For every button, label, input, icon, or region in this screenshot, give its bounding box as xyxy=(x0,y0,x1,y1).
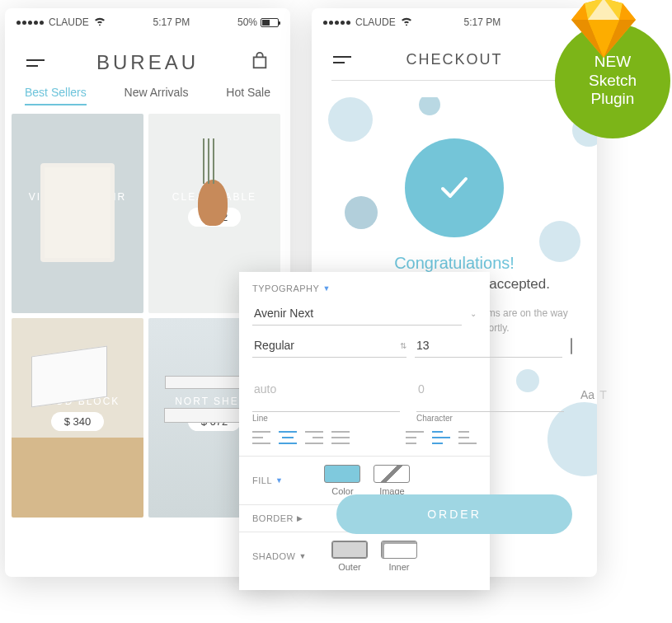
disclosure-icon: ▶ xyxy=(297,514,303,522)
wifi-icon xyxy=(94,16,106,28)
product-price: $ 340 xyxy=(51,412,105,431)
badge-line3: Plugin xyxy=(591,90,635,109)
divider xyxy=(331,80,577,81)
valign-bottom-button[interactable] xyxy=(458,431,477,444)
disclosure-icon: ▼ xyxy=(322,284,330,293)
shadow-outer-swatch[interactable] xyxy=(331,541,368,559)
font-family-select[interactable] xyxy=(252,302,462,326)
tab-new-arrivals[interactable]: New Arrivals xyxy=(125,86,189,105)
align-justify-button[interactable] xyxy=(331,431,350,444)
battery-icon xyxy=(261,18,279,27)
shadow-section[interactable]: SHADOW ▼ xyxy=(252,551,307,561)
menu-icon[interactable] xyxy=(26,59,45,67)
decor-bubble xyxy=(328,97,373,142)
character-spacing-input[interactable] xyxy=(416,366,564,412)
sketch-logo-icon xyxy=(571,0,636,61)
congrats-title: Congratulations! xyxy=(336,254,572,273)
text-color-swatch[interactable] xyxy=(571,338,572,354)
disclosure-icon: ▼ xyxy=(299,552,307,560)
signal-icon xyxy=(16,21,44,25)
decor-bubble xyxy=(345,196,378,229)
category-tabs: Best Sellers New Arrivals Hot Sale xyxy=(5,86,290,114)
decor-bubble xyxy=(419,97,440,115)
fill-color-swatch[interactable] xyxy=(324,465,360,483)
product-name: WOOD BLOCK xyxy=(35,396,120,407)
stepper-icon[interactable]: ⇅ xyxy=(400,341,406,350)
font-weight-select[interactable] xyxy=(252,334,400,357)
style-panel: TYPOGRAPHY ▼ ⌄ ⇅ Line Character Aa T xyxy=(239,272,490,590)
product-price: $ 340 xyxy=(51,208,105,227)
success-check-icon xyxy=(405,138,504,237)
shadow-inner-swatch[interactable] xyxy=(381,541,417,559)
font-size-input[interactable] xyxy=(415,334,562,358)
menu-icon[interactable] xyxy=(333,56,351,63)
align-center-button[interactable] xyxy=(279,431,297,444)
product-card[interactable]: WOOD BLOCK $ 340 xyxy=(12,318,143,518)
page-title: CHECKOUT xyxy=(406,51,502,68)
bag-icon[interactable] xyxy=(251,52,269,73)
line-height-input[interactable] xyxy=(252,366,400,412)
chevron-down-icon: ⌄ xyxy=(470,309,477,318)
shadow-outer-label: Outer xyxy=(338,562,361,572)
status-bar: CLAUDE 5:17 PM xyxy=(312,8,597,35)
carrier-label: CLAUDE xyxy=(355,16,396,28)
typography-section[interactable]: TYPOGRAPHY ▼ xyxy=(252,283,477,293)
alignment-row xyxy=(252,431,477,444)
nav-bar: BUREAU xyxy=(5,35,290,86)
product-card[interactable]: VINTAGE CHAIR $ 340 xyxy=(12,114,143,313)
wifi-icon xyxy=(401,16,412,28)
fill-image-swatch[interactable] xyxy=(374,465,410,483)
decor-bubble xyxy=(539,221,580,262)
text-transform-icon[interactable]: Aa xyxy=(580,388,594,401)
valign-top-button[interactable] xyxy=(406,431,424,444)
character-label: Character xyxy=(416,414,564,423)
product-price: $ 672 xyxy=(188,208,242,227)
text-decoration-icon[interactable]: T xyxy=(599,388,607,401)
product-price: $ 672 xyxy=(188,412,242,431)
status-bar: CLAUDE 5:17 PM 50% xyxy=(5,8,290,35)
order-button[interactable]: ORDER xyxy=(336,494,572,534)
align-right-button[interactable] xyxy=(305,431,323,444)
fill-section[interactable]: FILL ▼ xyxy=(252,475,283,485)
signal-icon xyxy=(323,21,350,25)
align-left-button[interactable] xyxy=(252,431,270,444)
badge-line2: Sketch xyxy=(589,72,637,91)
valign-middle-button[interactable] xyxy=(432,431,450,444)
product-name: VINTAGE CHAIR xyxy=(29,191,126,203)
clock-label: 5:17 PM xyxy=(153,16,190,28)
nav-bar: CHECKOUT xyxy=(312,35,597,80)
tab-hot-sale[interactable]: Hot Sale xyxy=(226,86,270,105)
battery-pct: 50% xyxy=(237,16,257,28)
carrier-label: CLAUDE xyxy=(49,16,89,28)
disclosure-icon: ▼ xyxy=(275,476,283,485)
svg-rect-0 xyxy=(254,57,266,68)
page-title: BUREAU xyxy=(96,51,199,74)
shadow-inner-label: Inner xyxy=(388,562,409,572)
clock-label: 5:17 PM xyxy=(463,16,500,28)
tab-best-sellers[interactable]: Best Sellers xyxy=(25,86,87,105)
line-label: Line xyxy=(252,414,400,423)
product-name: CLEAN TABLE xyxy=(172,191,256,203)
